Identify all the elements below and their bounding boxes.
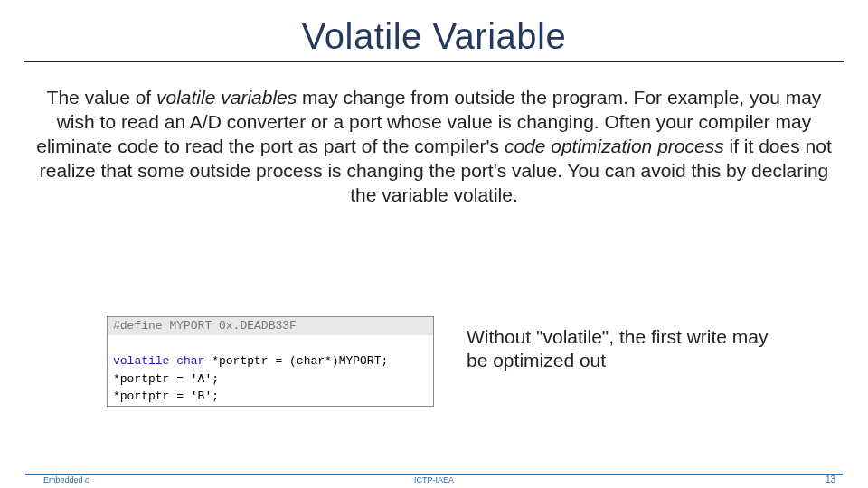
body-paragraph: The value of volatile variables may chan… <box>36 86 832 207</box>
code-keyword: volatile char <box>113 354 212 368</box>
code-decl-rest: *portptr = (char*)MYPORT; <box>212 354 388 368</box>
code-directive: #define MYPORT 0x.DEADB33F <box>108 317 433 335</box>
title-rule <box>24 61 844 62</box>
code-line-4: *portptr = 'B'; <box>108 388 433 406</box>
code-blank <box>108 335 433 353</box>
code-line-3: *portptr = 'A'; <box>108 371 433 389</box>
para-pre: The value of <box>47 87 156 108</box>
para-italic-1: volatile variables <box>156 87 297 108</box>
code-declaration: volatile char *portptr = (char*)MYPORT; <box>108 352 433 371</box>
footer-center: ICTP-IAEA <box>0 475 868 484</box>
code-block: #define MYPORT 0x.DEADB33F volatile char… <box>107 316 434 407</box>
slide-title: Volatile Variable <box>0 16 868 57</box>
para-italic-2: code optimization process <box>505 136 724 156</box>
code-caption: Without "volatile", the first write may … <box>467 325 792 373</box>
footer: Embedded c ICTP-IAEA 13 <box>0 463 868 488</box>
footer-page-number: 13 <box>826 474 835 484</box>
